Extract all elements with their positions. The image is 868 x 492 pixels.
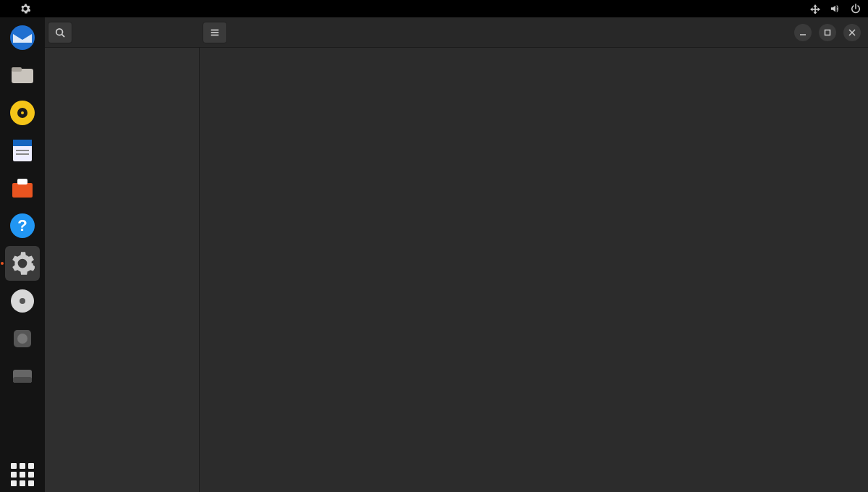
svg-rect-2: [12, 67, 22, 72]
dock-item-software[interactable]: [5, 171, 40, 205]
gear-icon: [20, 4, 30, 14]
dock-item-files[interactable]: [5, 58, 40, 93]
search-icon: [55, 27, 65, 38]
dock-item-disk[interactable]: [5, 321, 40, 356]
svg-rect-19: [13, 377, 32, 383]
content-pane: [200, 48, 868, 492]
close-button[interactable]: [843, 24, 861, 41]
svg-point-17: [17, 334, 27, 344]
svg-point-20: [56, 28, 63, 35]
dock-item-drive[interactable]: [5, 359, 40, 394]
dock-item-settings[interactable]: [5, 246, 40, 281]
dock-item-writer[interactable]: [5, 133, 40, 168]
svg-rect-11: [17, 179, 27, 184]
top-panel: [0, 0, 868, 17]
minimize-icon: [799, 29, 807, 36]
dock-item-show-apps[interactable]: [5, 457, 40, 492]
dock-item-rhythmbox[interactable]: [5, 96, 40, 130]
dock-item-disc[interactable]: [5, 284, 40, 318]
maximize-icon: [824, 29, 831, 36]
svg-rect-9: [16, 153, 29, 155]
maximize-button[interactable]: [819, 24, 836, 41]
power-icon[interactable]: [851, 4, 861, 14]
minimize-button[interactable]: [794, 24, 812, 41]
svg-point-15: [20, 298, 25, 304]
svg-text:?: ?: [17, 216, 27, 234]
titlebar: [45, 17, 868, 48]
svg-rect-8: [16, 150, 29, 151]
dock-item-thunderbird[interactable]: [5, 20, 40, 55]
svg-rect-7: [13, 140, 32, 146]
close-icon: [848, 29, 856, 36]
svg-rect-26: [825, 30, 830, 35]
dock: ?: [0, 17, 45, 492]
hamburger-icon: [210, 27, 220, 38]
settings-window: [45, 17, 868, 492]
search-button[interactable]: [48, 22, 72, 43]
menu-button[interactable]: [203, 22, 227, 43]
volume-icon[interactable]: [830, 4, 841, 14]
dock-item-help[interactable]: ?: [5, 208, 40, 243]
svg-rect-10: [12, 183, 33, 198]
svg-point-5: [21, 111, 24, 114]
svg-line-21: [62, 34, 65, 37]
panel-app-menu[interactable]: [20, 4, 35, 14]
network-icon[interactable]: [810, 4, 820, 14]
settings-sidebar: [45, 48, 200, 492]
